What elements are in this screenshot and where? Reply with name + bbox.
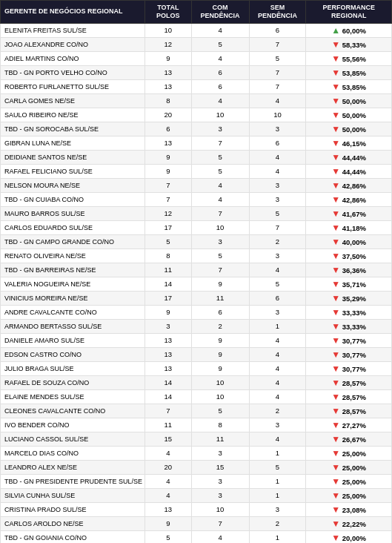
row-name: RENATO OLIVEIRA NE/SE	[1, 249, 145, 263]
row-sem: 2	[249, 404, 306, 418]
row-perf: ▼ 44,44%	[306, 150, 392, 164]
perf-value: 40,00%	[340, 238, 366, 246]
perf-value: 37,50%	[340, 252, 366, 260]
row-perf: ▼ 58,33%	[306, 37, 392, 51]
row-name: ELENITA FREITAS SUL/SE	[1, 23, 145, 37]
row-sem: 4	[249, 263, 306, 277]
table-row: TBD - GN BARREIRAS NE/SE1174▼ 36,36%	[1, 263, 392, 277]
arrow-down-icon: ▼	[331, 208, 340, 219]
row-name: CLEONES CAVALCANTE CO/NO	[1, 404, 145, 418]
row-sem: 3	[249, 418, 306, 432]
row-total: 7	[145, 404, 192, 418]
arrow-down-icon: ▼	[331, 490, 340, 501]
perf-value: 42,86%	[340, 182, 366, 190]
row-name: LEANDRO ALEX NE/SE	[1, 460, 145, 474]
perf-value: 50,00%	[340, 97, 366, 105]
row-total: 13	[145, 65, 192, 79]
row-sem: 3	[249, 249, 306, 263]
row-sem: 4	[249, 333, 306, 347]
row-name: ROBERTO FURLANETTO SUL/SE	[1, 79, 145, 93]
row-total: 12	[145, 206, 192, 220]
perf-value: 44,44%	[340, 154, 366, 162]
row-sem: 3	[249, 178, 306, 192]
row-com: 9	[191, 277, 249, 291]
row-sem: 1	[249, 474, 306, 488]
row-total: 9	[145, 516, 192, 530]
row-com: 9	[191, 361, 249, 375]
row-com: 2	[191, 319, 249, 333]
row-sem: 4	[249, 164, 306, 178]
perf-value: 60,00%	[340, 27, 366, 35]
table-row: ELENITA FREITAS SUL/SE1046▲ 60,00%	[1, 23, 392, 37]
row-com: 5	[191, 404, 249, 418]
arrow-down-icon: ▼	[331, 378, 340, 388]
row-name: ADIEL MARTINS CO/NO	[1, 51, 145, 65]
row-total: 11	[145, 263, 192, 277]
perf-value: 53,85%	[340, 69, 366, 77]
row-perf: ▼ 37,50%	[306, 249, 392, 263]
table-row: ELAINE MENDES SUL/SE14104▼ 28,57%	[1, 389, 392, 404]
arrow-down-icon: ▼	[331, 434, 340, 444]
row-sem: 5	[249, 277, 306, 291]
arrow-down-icon: ▼	[331, 533, 340, 543]
performance-table: GERENTE DE NEGÓCIOS REGIONAL TOTAL POLOS…	[0, 0, 392, 543]
arrow-down-icon: ▼	[331, 138, 340, 148]
row-com: 10	[191, 502, 249, 516]
row-total: 7	[145, 192, 192, 206]
arrow-down-icon: ▼	[331, 420, 340, 430]
row-com: 10	[191, 108, 249, 122]
table-row: LEANDRO ALEX NE/SE20155▼ 25,00%	[1, 460, 392, 474]
arrow-down-icon: ▼	[331, 462, 340, 473]
row-name: TBD - GN GOIANIA CO/NO	[1, 530, 145, 543]
arrow-down-icon: ▼	[331, 363, 340, 374]
perf-value: 22,22%	[340, 520, 366, 528]
row-total: 17	[145, 220, 192, 234]
row-perf: ▼ 25,00%	[306, 460, 392, 474]
row-perf: ▼ 50,00%	[306, 108, 392, 122]
row-com: 7	[191, 206, 249, 220]
perf-value: 30,77%	[340, 337, 366, 345]
arrow-down-icon: ▼	[331, 504, 340, 515]
arrow-down-icon: ▼	[331, 68, 340, 78]
row-total: 5	[145, 234, 192, 249]
row-sem: 5	[249, 460, 306, 474]
row-perf: ▼ 53,85%	[306, 79, 392, 93]
row-com: 11	[191, 291, 249, 305]
row-com: 5	[191, 37, 249, 51]
row-com: 11	[191, 432, 249, 446]
row-sem: 7	[249, 65, 306, 79]
row-sem: 1	[249, 446, 306, 460]
col-header-com: COM PENDÊNCIA	[191, 1, 249, 24]
row-total: 17	[145, 291, 192, 305]
table-row: VALERIA NOGUEIRA NE/SE1495▼ 35,71%	[1, 277, 392, 291]
row-name: MARCELO DIAS CO/NO	[1, 446, 145, 460]
row-sem: 7	[249, 220, 306, 234]
table-row: TBD - GN PRESIDENTE PRUDENTE SUL/SE431▼ …	[1, 474, 392, 488]
row-sem: 5	[249, 51, 306, 65]
row-name: IVO BENDER CO/NO	[1, 418, 145, 432]
row-com: 4	[191, 51, 249, 65]
table-row: SILVIA CUNHA SUL/SE431▼ 25,00%	[1, 488, 392, 502]
row-perf: ▼ 46,15%	[306, 136, 392, 150]
row-total: 15	[145, 432, 192, 446]
row-com: 4	[191, 530, 249, 543]
perf-value: 58,33%	[340, 41, 366, 49]
row-total: 4	[145, 446, 192, 460]
row-sem: 1	[249, 488, 306, 502]
row-name: DANIELE AMARO SUL/SE	[1, 333, 145, 347]
row-sem: 3	[249, 122, 306, 136]
arrow-down-icon: ▼	[331, 110, 340, 120]
row-name: TBD - GN SOROCABA SUL/SE	[1, 122, 145, 136]
row-com: 5	[191, 150, 249, 164]
row-total: 9	[145, 150, 192, 164]
arrow-down-icon: ▼	[331, 180, 340, 191]
col-header-total: TOTAL POLOS	[145, 1, 192, 24]
row-perf: ▼ 36,36%	[306, 263, 392, 277]
table-row: GIBRAN LUNA NE/SE1376▼ 46,15%	[1, 136, 392, 150]
row-total: 6	[145, 122, 192, 136]
table-row: CARLA GOMES NE/SE844▼ 50,00%	[1, 93, 392, 108]
row-perf: ▼ 20,00%	[306, 530, 392, 543]
perf-value: 50,00%	[340, 125, 366, 134]
row-total: 5	[145, 530, 192, 543]
arrow-down-icon: ▼	[331, 392, 340, 402]
